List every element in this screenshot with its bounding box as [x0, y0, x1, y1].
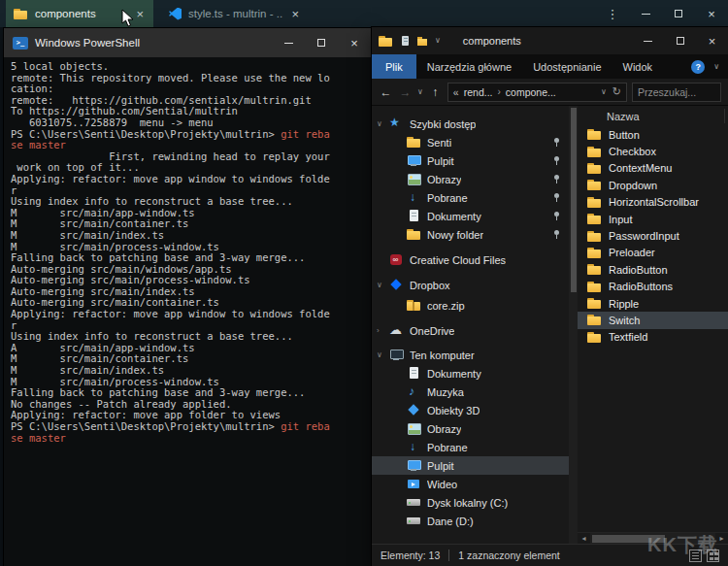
qat-properties-icon[interactable] [400, 36, 411, 47]
back-button[interactable]: ← [379, 85, 393, 99]
up-button[interactable]: ↑ [428, 85, 443, 99]
file-item-textfield[interactable]: Textfield [578, 329, 728, 346]
file-item-dropdown[interactable]: Dropdown [578, 177, 728, 193]
tab-close-icon[interactable]: × [134, 8, 146, 20]
file-item-contextmenu[interactable]: ContextMenu [578, 160, 728, 177]
search-input[interactable] [638, 86, 715, 98]
file-item-switch[interactable]: Switch [578, 312, 728, 328]
nav-scrollbar[interactable] [569, 106, 578, 544]
nav-item-dysk-lokalny-c[interactable]: Dysk lokalny (C:) [372, 493, 569, 512]
nav-item-label: Nowy folder [427, 229, 483, 241]
nav-item-core-zip[interactable]: core.zip [372, 296, 569, 315]
nav-item-dropbox[interactable]: ∨Dropbox [372, 276, 569, 294]
nav-item-muzyka[interactable]: Muzyka [372, 383, 569, 401]
help-icon[interactable]: ? [691, 60, 705, 74]
nav-item-senti[interactable]: Senti [372, 133, 569, 151]
file-item-passwordinput[interactable]: PasswordInput [578, 227, 728, 244]
terminal-output[interactable]: 5 local objects.remote: This repository … [4, 57, 371, 566]
file-item-radiobuttons[interactable]: RadioButtons [578, 279, 728, 295]
expander-icon[interactable]: ∨ [377, 119, 382, 128]
nav-item-onedrive[interactable]: ›OneDrive [372, 321, 569, 340]
file-item-label: Ripple [609, 298, 639, 310]
forward-button[interactable]: → [398, 85, 413, 99]
close-button[interactable]: × [695, 0, 728, 27]
file-list[interactable]: ButtonCheckboxContextMenuDropdownHorizon… [578, 126, 728, 532]
breadcrumb-current[interactable]: compone... [506, 86, 556, 98]
menu-view[interactable]: Widok [612, 54, 664, 79]
nav-item-pulpit[interactable]: Pulpit [372, 151, 569, 170]
nav-item-dokumenty[interactable]: Dokumenty [372, 207, 569, 225]
expander-icon[interactable]: ∨ [377, 350, 382, 359]
address-bar[interactable]: « rend... › compone... ∨ ↻ [447, 83, 627, 102]
nav-item-pobrane[interactable]: Pobrane [372, 188, 569, 207]
breadcrumb-parent[interactable]: rend... [464, 86, 493, 98]
file-item-horizontalscrollbar[interactable]: HorizontalScrollbar [578, 194, 728, 211]
nav-item-label: Dysk lokalny (C:) [427, 497, 508, 509]
minimize-button[interactable] [272, 28, 305, 57]
horizontal-scrollbar[interactable]: ◂ ▸ [578, 532, 728, 544]
minimize-button[interactable] [629, 0, 662, 27]
nav-pane[interactable]: ∨Szybki dostępSentiPulpitObrazyPobraneDo… [372, 106, 569, 544]
scrollbar-thumb[interactable] [592, 535, 665, 543]
address-toolbar: ← → ∨ ↑ « rend... › compone... ∨ ↻ [372, 79, 728, 106]
close-button[interactable]: × [696, 27, 728, 54]
file-item-radiobutton[interactable]: RadioButton [578, 261, 728, 278]
icons-view-button[interactable] [707, 549, 719, 562]
nav-item-pulpit[interactable]: Pulpit [372, 456, 569, 475]
nav-item-creative-cloud-files[interactable]: Creative Cloud Files [372, 250, 569, 269]
expander-icon[interactable]: ∨ [377, 281, 382, 289]
nav-item-nowy-folder[interactable]: Nowy folder [372, 225, 569, 244]
scrollbar-track[interactable] [590, 533, 715, 544]
scroll-right-icon[interactable]: ▸ [715, 534, 728, 543]
maximize-button[interactable] [305, 28, 338, 57]
menu-file[interactable]: Plik [372, 54, 416, 79]
tab-components[interactable]: components × [6, 0, 153, 27]
search-box[interactable] [632, 83, 721, 102]
scroll-left-icon[interactable]: ◂ [578, 534, 590, 543]
minimize-button[interactable] [632, 27, 664, 54]
nav-item-obrazy[interactable]: Obrazy [372, 170, 569, 188]
powershell-titlebar[interactable]: >_ Windows PowerShell × [4, 28, 371, 57]
file-item-button[interactable]: Button [578, 126, 728, 143]
nav-item-ten-komputer[interactable]: ∨Ten komputer [372, 346, 569, 364]
column-header-name[interactable]: Nazwa [578, 106, 728, 126]
nav-item-obiekty-3d[interactable]: Obiekty 3D [372, 401, 569, 419]
qat-new-folder-icon[interactable] [417, 36, 428, 47]
recent-locations-icon[interactable]: ∨ [417, 88, 423, 96]
ribbon-collapse-icon[interactable]: ∨ [713, 63, 719, 71]
expander-icon[interactable]: › [377, 326, 380, 335]
address-dropdown-icon[interactable]: ∨ [601, 88, 607, 96]
menu-home[interactable]: Narzędzia główne [416, 54, 522, 79]
breadcrumb-overflow-icon[interactable]: « [453, 86, 459, 98]
nav-item-szybki-dost-p[interactable]: ∨Szybki dostęp [372, 115, 569, 133]
nav-item-dane-d[interactable]: Dane (D:) [372, 512, 569, 530]
tab-close-icon[interactable]: × [289, 8, 301, 20]
file-item-ripple[interactable]: Ripple [578, 295, 728, 312]
file-item-preloader[interactable]: Preloader [578, 245, 728, 261]
menu-share[interactable]: Udostępnianie [522, 54, 612, 79]
qat-dropdown-icon[interactable]: ∨ [435, 37, 441, 45]
file-item-input[interactable]: Input [578, 211, 728, 227]
explorer-titlebar[interactable]: ∨ components × [372, 27, 728, 54]
scrollbar-thumb[interactable] [571, 108, 577, 292]
tab-style-ts[interactable]: style.ts - multrin - ... × [161, 0, 309, 27]
explorer-content: ∨Szybki dostępSentiPulpitObrazyPobraneDo… [372, 106, 728, 544]
details-view-button[interactable] [689, 549, 702, 562]
maximize-button[interactable] [662, 0, 695, 27]
drive-icon [407, 496, 421, 509]
explorer-app-icon [379, 35, 393, 48]
nav-item-wideo[interactable]: Wideo [372, 475, 569, 493]
window-controls: ⋮ × [596, 0, 728, 27]
folder-icon [587, 162, 602, 175]
nav-item-pobrane[interactable]: Pobrane [372, 438, 569, 456]
nav-item-obrazy[interactable]: Obrazy [372, 419, 569, 438]
explorer-window: ∨ components × Plik Narzędzia główne Udo… [372, 27, 728, 566]
menu-dots-icon[interactable]: ⋮ [596, 0, 629, 27]
refresh-icon[interactable]: ↻ [612, 85, 621, 98]
file-item-checkbox[interactable]: Checkbox [578, 143, 728, 159]
maximize-button[interactable] [664, 27, 696, 54]
nav-item-dokumenty[interactable]: Dokumenty [372, 364, 569, 383]
folder-icon [587, 196, 602, 209]
close-button[interactable]: × [338, 28, 371, 57]
status-divider [448, 549, 449, 561]
